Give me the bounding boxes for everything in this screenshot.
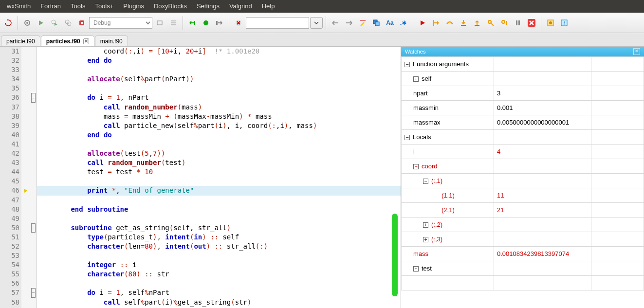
expand-icon[interactable]: + xyxy=(423,222,428,228)
build-run-icon[interactable] xyxy=(48,17,61,29)
svg-point-23 xyxy=(549,21,552,24)
svg-rect-16 xyxy=(475,25,479,26)
gear-icon[interactable] xyxy=(21,17,34,29)
debug-windows-icon[interactable] xyxy=(544,17,557,29)
svg-rect-13 xyxy=(375,22,379,26)
collapse-icon[interactable]: − xyxy=(413,164,419,169)
toolbar: Debug Aa .∗ i xyxy=(0,13,644,33)
refresh-icon[interactable] xyxy=(2,17,15,29)
watch-row[interactable]: +(:,2) xyxy=(402,217,644,232)
watch-row[interactable]: +test xyxy=(402,261,644,276)
expand-icon[interactable]: + xyxy=(423,237,428,242)
svg-rect-10 xyxy=(216,21,218,25)
code-editor[interactable]: 3132333435363738394041424344454647484950… xyxy=(0,47,401,308)
scroll-indicator xyxy=(392,214,398,296)
menu-plugins[interactable]: Plugins xyxy=(118,0,149,13)
breakpoint-icon[interactable] xyxy=(200,17,212,29)
menu-wxsmith[interactable]: wxSmith xyxy=(2,0,36,13)
info-icon[interactable]: i xyxy=(558,17,570,29)
run-icon[interactable] xyxy=(35,17,47,29)
line-number-gutter: 3132333435363738394041424344454647484950… xyxy=(0,47,21,308)
watch-row[interactable]: −Locals xyxy=(402,130,644,145)
next-target-icon[interactable] xyxy=(153,17,166,29)
collapse-icon[interactable]: − xyxy=(405,135,410,140)
watch-row[interactable]: (2,1)21 xyxy=(402,203,644,217)
jump-forward-icon[interactable] xyxy=(213,17,226,29)
select-icon[interactable] xyxy=(370,17,383,29)
menu-help[interactable]: Help xyxy=(257,0,280,13)
watch-row[interactable]: massmax0.0050000000000000001 xyxy=(402,115,644,130)
abort-icon[interactable] xyxy=(75,17,88,29)
jump-back-icon[interactable] xyxy=(186,17,199,29)
nav-forward-icon[interactable] xyxy=(343,17,355,29)
tab-particle-f90[interactable]: particle.f90 xyxy=(1,36,40,46)
watch-row[interactable]: (1,1)11 xyxy=(402,188,644,203)
nav-back-icon[interactable] xyxy=(329,17,342,29)
menu-valgrind[interactable]: Valgrind xyxy=(224,0,257,13)
menu-fortran[interactable]: Fortran xyxy=(36,0,66,13)
svg-text:i: i xyxy=(563,19,565,26)
tab-particles-f90[interactable]: particles.f90✕ xyxy=(41,36,94,46)
menu-tools[interactable]: Tools xyxy=(66,0,90,13)
step-into-instr-icon[interactable] xyxy=(498,17,511,29)
rebuild-icon[interactable] xyxy=(62,17,74,29)
expand-icon[interactable]: + xyxy=(413,76,419,82)
svg-rect-15 xyxy=(461,25,466,26)
marker-gutter[interactable] xyxy=(21,47,30,308)
watches-titlebar[interactable]: Watches ✕ xyxy=(401,47,644,56)
fold-gutter[interactable]: −−− xyxy=(30,47,37,308)
watch-row[interactable] xyxy=(402,276,644,290)
watch-row[interactable]: +self xyxy=(402,72,644,86)
search-input[interactable] xyxy=(246,17,309,29)
menubar: wxSmithFortranToolsTools+PluginsDoxyBloc… xyxy=(0,0,644,13)
svg-rect-7 xyxy=(157,21,162,25)
watches-table[interactable]: −Function arguments+selfnpart3massmin0.0… xyxy=(401,56,644,290)
pause-icon[interactable] xyxy=(512,17,524,29)
watch-row[interactable]: −(:,1) xyxy=(402,174,644,188)
step-over-icon[interactable] xyxy=(443,17,456,29)
watch-row[interactable]: −Function arguments xyxy=(402,57,644,72)
stop-debug-icon[interactable] xyxy=(525,17,538,29)
svg-point-17 xyxy=(488,20,491,23)
svg-point-9 xyxy=(203,20,208,25)
watch-row[interactable]: massmin0.001 xyxy=(402,101,644,115)
dropdown-icon[interactable] xyxy=(310,17,323,29)
svg-point-18 xyxy=(502,20,505,23)
step-out-icon[interactable] xyxy=(471,17,483,29)
menu-settings[interactable]: Settings xyxy=(192,0,224,13)
regex-icon[interactable]: .∗ xyxy=(397,17,410,29)
code-body[interactable]: coord(:,i) = [10+i, 20+i] !* 1.001e20 en… xyxy=(37,47,401,308)
watch-row[interactable]: −coord xyxy=(402,159,644,174)
clear-icon[interactable] xyxy=(232,17,245,29)
svg-rect-8 xyxy=(194,21,195,25)
watch-row[interactable]: mass0.0010834239813397074 xyxy=(402,247,644,261)
watches-panel: Watches ✕ −Function arguments+selfnpart3… xyxy=(401,47,644,308)
menu-tools+[interactable]: Tools+ xyxy=(90,0,118,13)
menu-doxyblocks[interactable]: DoxyBlocks xyxy=(149,0,192,13)
case-icon[interactable]: Aa xyxy=(384,17,396,29)
svg-rect-19 xyxy=(516,20,517,25)
watch-row[interactable]: +(:,3) xyxy=(402,232,644,247)
run-to-cursor-icon[interactable] xyxy=(430,17,442,29)
svg-rect-14 xyxy=(433,20,434,26)
close-tab-icon[interactable]: ✕ xyxy=(83,38,89,44)
expand-icon[interactable]: + xyxy=(413,266,419,272)
tab-main-f90[interactable]: main.f90 xyxy=(95,36,128,46)
collapse-icon[interactable]: − xyxy=(423,179,428,184)
watches-title-label: Watches xyxy=(405,49,425,54)
close-icon[interactable]: ✕ xyxy=(633,48,640,55)
watch-row[interactable]: i4 xyxy=(402,145,644,159)
watch-row[interactable]: npart3 xyxy=(402,86,644,101)
step-instr-icon[interactable] xyxy=(484,17,497,29)
svg-rect-20 xyxy=(518,20,520,25)
highlight-icon[interactable] xyxy=(356,17,369,29)
editor-tabs: particle.f90particles.f90✕main.f90 xyxy=(0,33,644,47)
step-into-icon[interactable] xyxy=(457,17,470,29)
svg-point-1 xyxy=(26,22,28,24)
debug-run-icon[interactable] xyxy=(416,17,429,29)
list-icon[interactable] xyxy=(167,17,180,29)
build-target-select[interactable]: Debug xyxy=(89,17,152,29)
collapse-icon[interactable]: − xyxy=(405,62,410,67)
svg-rect-6 xyxy=(81,22,83,24)
